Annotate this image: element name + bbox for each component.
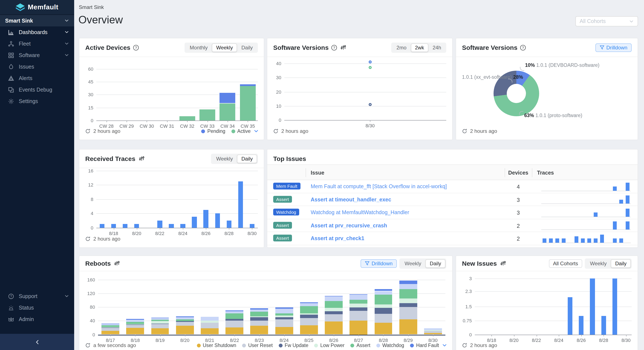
legend-color-dot (231, 129, 235, 133)
issue-link[interactable]: Mem Fault at compute_fft [Stack Overflow… (311, 184, 447, 189)
legend-label: Hard Fault (416, 343, 439, 348)
traces-sparkline (541, 220, 631, 230)
dashboard-page: Memfault Smart Sink DashboardsFleetSoftw… (0, 0, 644, 350)
donut-callout-line (520, 67, 524, 71)
issue-link[interactable]: Assert at timeout_handler_exec (311, 197, 391, 202)
toggle-option-daily[interactable]: Daily (426, 259, 446, 268)
all-cohorts-button[interactable]: All Cohorts (549, 259, 582, 268)
org-selector[interactable]: Smart Sink (0, 15, 74, 26)
refresh-icon (85, 343, 90, 348)
devices-count: 2 (505, 236, 532, 242)
column-header-issue: Issue (311, 165, 324, 181)
toggle-option-daily[interactable]: Daily (237, 154, 257, 163)
toggle-option-weekly[interactable]: Weekly (586, 259, 611, 268)
toggle-option-daily[interactable]: Daily (611, 259, 631, 268)
card-title: Received Traces (85, 155, 135, 162)
toggle-option-2wk[interactable]: 2wk (411, 43, 428, 52)
chart-icon[interactable] (500, 261, 506, 266)
legend-color-dot (410, 344, 414, 347)
period-toggle: WeeklyDaily (399, 258, 446, 269)
legend-item[interactable]: Active (231, 129, 250, 134)
legend-item[interactable]: Low Power (314, 343, 344, 348)
chart-icon[interactable] (139, 156, 144, 161)
sidebar-item-settings[interactable]: Settings (0, 95, 74, 107)
sidebar-item-events-debug[interactable]: Events Debug (0, 84, 74, 95)
legend-color-dot (314, 344, 318, 347)
toggle-option-weekly[interactable]: Weekly (212, 43, 237, 52)
filter-icon (365, 261, 370, 266)
issues-icon (8, 64, 14, 70)
devices-count: 4 (505, 184, 532, 190)
sidebar-item-label: Software (19, 52, 64, 58)
donut-label: 1.0.1 (xx_evt-software) 28% (462, 74, 506, 80)
chart-legend: PendingActive (202, 129, 250, 134)
toggle-option-monthly[interactable]: Monthly (186, 43, 212, 52)
legend-label: Watchdog (382, 343, 404, 348)
legend-color-dot (279, 344, 282, 347)
legend-label: Fw Update (285, 343, 308, 348)
help-icon[interactable]: ? (331, 44, 337, 50)
legend-label: Active (237, 129, 250, 134)
cohort-filter-select[interactable]: All Cohorts (576, 16, 638, 26)
last-updated: 2 hours ago (470, 342, 497, 348)
legend-label: Low Power (320, 343, 344, 348)
memfault-logo[interactable]: Memfault (0, 0, 74, 15)
period-toggle: 2mo2wk24h (392, 42, 446, 52)
chevron-left-icon (34, 339, 40, 345)
card-title: Software Versions (273, 44, 328, 51)
sidebar-item-status[interactable]: Status (0, 302, 74, 313)
issue-link[interactable]: Assert at prv_recursive_crash (311, 223, 387, 228)
active-devices-chart: 015304560CW 28CW 29CW 30CW 31CW 32CW 33C… (84, 60, 260, 126)
card-title: Software Versions (462, 44, 518, 51)
chart-icon[interactable] (340, 45, 346, 50)
table-row: Mem FaultMem Fault at compute_fft [Stack… (267, 180, 638, 193)
legend-item[interactable]: Pending (202, 129, 225, 134)
svg-text:?: ? (333, 45, 335, 50)
toggle-option-weekly[interactable]: Weekly (400, 259, 425, 268)
drilldown-button[interactable]: Drilldown (595, 43, 632, 52)
legend-item[interactable]: Watchdog (376, 343, 404, 348)
sidebar-item-label: Status (19, 305, 69, 311)
issue-type-badge: Assert (273, 222, 292, 228)
sidebar-item-issues[interactable]: Issues (0, 61, 74, 72)
sidebar-item-dashboards[interactable]: Dashboards (0, 26, 74, 38)
drilldown-button[interactable]: Drilldown (360, 259, 397, 268)
legend-item[interactable]: User Shutdown (197, 343, 236, 348)
legend-color-dot (242, 344, 246, 347)
chevron-down-icon[interactable] (254, 129, 259, 134)
toggle-option-daily[interactable]: Daily (237, 43, 257, 52)
last-updated: 2 hours ago (93, 236, 120, 242)
toggle-option-2mo[interactable]: 2mo (392, 43, 411, 52)
legend-item[interactable]: Fw Update (279, 343, 308, 348)
table-row: AssertAssert at timeout_handler_exec3 (267, 193, 638, 206)
legend-item[interactable]: User Reset (242, 343, 273, 348)
sidebar-item-alerts[interactable]: Alerts (0, 72, 74, 84)
help-icon[interactable]: ? (133, 44, 139, 50)
devices-count: 2 (505, 223, 532, 229)
breadcrumb[interactable]: Smart Sink (79, 4, 104, 10)
legend-item[interactable]: Hard Fault (410, 343, 439, 348)
toggle-option-24h[interactable]: 24h (428, 43, 446, 52)
issue-link[interactable]: Assert at prv_check1 (311, 236, 364, 241)
software-versions-scatter-card: Software Versions ? 2mo2wk24h 0102030408… (267, 38, 453, 140)
sidebar-collapse-button[interactable] (0, 334, 74, 350)
chevron-down-icon[interactable] (442, 343, 447, 348)
sidebar-item-support[interactable]: ?Support (0, 290, 74, 302)
traces-sparkline (541, 181, 631, 191)
help-icon[interactable]: ? (520, 44, 526, 50)
issue-link[interactable]: Watchdog at MemfaultWatchdog_Handler (311, 210, 409, 215)
card-title: Top Issues (273, 155, 306, 162)
legend-item[interactable]: Assert (350, 343, 370, 348)
chevron-down-icon (64, 41, 69, 46)
traces-sparkline (541, 194, 631, 204)
chart-icon[interactable] (114, 261, 120, 266)
toggle-option-weekly[interactable]: Weekly (212, 154, 237, 163)
sidebar-item-fleet[interactable]: Fleet (0, 38, 74, 49)
sidebar-item-admin[interactable]: Admin (0, 313, 74, 325)
chevron-down-icon (64, 53, 69, 57)
column-header-traces: Traces (537, 165, 554, 181)
donut-label: 10% 1.0.1 (DEVBOARD-software) (525, 63, 600, 68)
card-title: New Issues (462, 260, 497, 267)
sidebar-item-label: Events Debug (19, 87, 69, 93)
sidebar-item-software[interactable]: Software (0, 49, 74, 61)
